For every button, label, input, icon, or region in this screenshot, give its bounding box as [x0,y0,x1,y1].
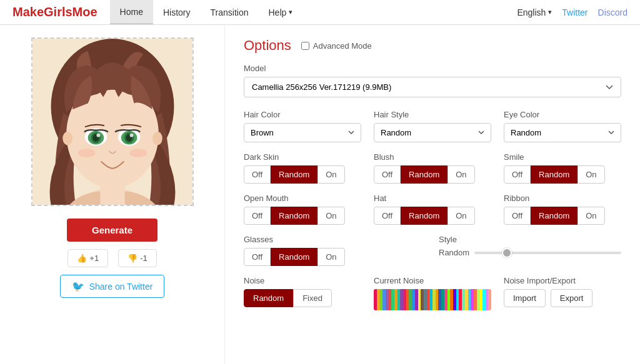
glasses-on[interactable]: On [318,248,344,266]
noise-group: Noise Random Fixed [244,276,361,310]
left-panel: Generate 👍 +1 👎 -1 🐦 Share on Twitter [0,25,225,364]
model-dropdown[interactable]: Camellia 256x256 Ver.171219 (9.9MB) [244,77,621,97]
current-noise-label: Current Noise [374,276,491,285]
model-label: Model [244,64,621,73]
nav: Home History Transition Help ▾ [110,0,518,24]
dark-skin-toggle: Off Random On [244,165,361,184]
ribbon-off[interactable]: Off [504,207,531,225]
lang-dropdown-icon: ▾ [548,8,552,16]
smile-off[interactable]: Off [504,165,531,184]
smile-label: Smile [504,152,621,162]
hat-toggle: Off Random On [374,207,491,225]
hair-color-dropdown[interactable]: Brown Blonde Black Blue Purple Pink Red [244,123,361,142]
import-button[interactable]: Import [504,289,546,307]
blush-group: Blush Off Random On [374,152,491,184]
downvote-button[interactable]: 👎 -1 [118,249,157,267]
open-mouth-on[interactable]: On [318,207,344,225]
options-header: Options Advanced Mode [244,37,621,54]
ribbon-random[interactable]: Random [531,207,578,225]
glasses-label: Glasses [244,235,426,244]
noise-random-btn[interactable]: Random [244,289,293,307]
glasses-off[interactable]: Off [244,248,271,266]
advanced-mode-checkbox[interactable] [301,42,309,50]
style-control: Random [439,248,621,257]
noise-import-export-group: Noise Import/Export Import Export [504,276,621,310]
style-group: Style Random [439,235,621,266]
hair-style-dropdown-wrap: Random Long Short Twin Tails [374,123,491,142]
open-mouth-toggle: Off Random On [244,207,361,225]
blush-random[interactable]: Random [401,165,448,184]
blush-off[interactable]: Off [374,165,401,184]
hair-style-dropdown[interactable]: Random Long Short Twin Tails [374,123,491,142]
open-mouth-random[interactable]: Random [271,207,318,225]
noise-bars-display [374,289,491,310]
dark-skin-off[interactable]: Off [244,165,271,184]
right-panel: Options Advanced Mode Model Camellia 256… [225,25,640,364]
open-mouth-off[interactable]: Off [244,207,271,225]
image-preview-box [31,37,194,206]
style-label: Style [439,235,621,244]
nav-transition[interactable]: Transition [201,0,259,24]
export-button[interactable]: Export [551,289,593,307]
header: MakeGirlsMoe Home History Transition Hel… [0,0,640,25]
language-selector[interactable]: English ▾ [517,7,552,17]
upvote-button[interactable]: 👍 +1 [68,249,108,267]
dark-skin-on[interactable]: On [318,165,344,184]
svg-point-16 [62,132,72,145]
ribbon-on[interactable]: On [578,207,604,225]
hat-on[interactable]: On [448,207,474,225]
eye-color-dropdown[interactable]: Random Blue Brown Green [504,123,621,142]
anime-character-image [32,37,192,206]
style-slider[interactable] [474,252,621,254]
eye-color-label: Eye Color [504,110,621,119]
thumbs-down-icon: 👎 [128,253,138,263]
hat-random[interactable]: Random [401,207,448,225]
row-toggles-1: Dark Skin Off Random On Blush Off Random… [244,152,621,184]
dark-skin-random[interactable]: Random [271,165,318,184]
nav-history[interactable]: History [153,0,201,24]
smile-random[interactable]: Random [531,165,578,184]
smile-toggle: Off Random On [504,165,621,184]
eye-color-dropdown-wrap: Random Blue Brown Green [504,123,621,142]
open-mouth-group: Open Mouth Off Random On [244,194,361,225]
ribbon-group: Ribbon Off Random On [504,194,621,225]
eye-color-group: Eye Color Random Blue Brown Green [504,110,621,142]
share-twitter-button[interactable]: 🐦 Share on Twitter [60,275,165,298]
generate-button[interactable]: Generate [67,219,158,242]
hat-label: Hat [374,194,491,203]
smile-on[interactable]: On [578,165,604,184]
twitter-bird-icon: 🐦 [72,280,84,292]
noise-section: Noise Random Fixed Current Noise Noise I… [244,276,621,310]
blush-on[interactable]: On [448,165,474,184]
svg-point-17 [152,132,162,145]
svg-point-15 [129,149,147,157]
hair-color-group: Hair Color Brown Blonde Black Blue Purpl… [244,110,361,142]
hair-style-label: Hair Style [374,110,491,119]
svg-point-12 [96,134,100,137]
model-section: Model Camellia 256x256 Ver.171219 (9.9MB… [244,64,621,97]
glasses-group: Glasses Off Random On [244,235,426,266]
glasses-random[interactable]: Random [271,248,318,266]
hair-style-group: Hair Style Random Long Short Twin Tails [374,110,491,142]
open-mouth-label: Open Mouth [244,194,361,203]
current-noise-group: Current Noise [374,276,491,310]
svg-point-14 [78,149,95,157]
import-export-buttons: Import Export [504,289,621,307]
discord-nav-link[interactable]: Discord [598,7,628,17]
style-value-label: Random [439,248,469,257]
noise-bar [488,289,491,310]
smile-group: Smile Off Random On [504,152,621,184]
noise-fixed-btn[interactable]: Fixed [293,289,332,307]
thumbs-up-icon: 👍 [77,253,87,263]
hat-off[interactable]: Off [374,207,401,225]
noise-toggle: Random Fixed [244,289,361,307]
nav-right: English ▾ Twitter Discord [517,7,628,17]
row-glasses-style: Glasses Off Random On Style Random [244,235,621,266]
dark-skin-label: Dark Skin [244,152,361,162]
row-toggles-2: Open Mouth Off Random On Hat Off Random … [244,194,621,225]
advanced-mode-label[interactable]: Advanced Mode [301,41,372,51]
nav-home[interactable]: Home [110,0,153,24]
nav-help[interactable]: Help ▾ [258,0,302,24]
twitter-nav-link[interactable]: Twitter [562,7,588,17]
logo: MakeGirlsMoe [12,5,98,19]
